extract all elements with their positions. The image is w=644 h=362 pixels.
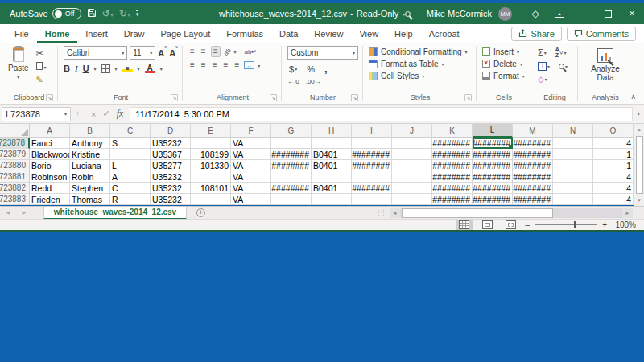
tab-insert[interactable]: Insert — [77, 24, 116, 43]
cell-B723883[interactable]: Thomas — [70, 194, 110, 205]
cell-L723882[interactable]: ######## — [473, 183, 513, 194]
zoom-level[interactable]: 100% — [612, 220, 636, 229]
formula-input[interactable]: 11/17/2014 5:30:00 PM — [130, 107, 633, 121]
row-header-723882[interactable]: 723882 — [0, 183, 30, 194]
cell-J723881[interactable] — [392, 171, 432, 183]
name-box[interactable]: L723878▾ — [2, 107, 71, 121]
cell-O723879[interactable]: 1 — [593, 149, 634, 160]
clipboard-dialog-launcher-icon[interactable]: ↘ — [46, 94, 53, 101]
cell-A723882[interactable]: Redd — [30, 183, 70, 194]
cell-C723881[interactable]: A — [110, 171, 151, 183]
cell-K723882[interactable]: ######## — [432, 183, 473, 194]
column-header-B[interactable]: B — [70, 124, 110, 138]
column-header-A[interactable]: A — [30, 124, 70, 138]
cell-J723878[interactable] — [392, 138, 432, 149]
cell-G723880[interactable]: ######## — [271, 160, 312, 171]
cell-L723878[interactable]: ######## — [473, 138, 513, 149]
row-header-723879[interactable]: 723879 — [0, 149, 30, 160]
cell-F723880[interactable]: VA — [231, 160, 271, 171]
expand-formula-bar-icon[interactable]: ▾ — [633, 111, 644, 117]
column-header-H[interactable]: H — [312, 124, 352, 138]
row-header-723881[interactable]: 723881 — [0, 171, 30, 183]
scroll-left-icon[interactable]: ◄ — [390, 208, 400, 218]
cell-O723881[interactable]: 4 — [593, 171, 634, 183]
column-header-L[interactable]: L — [473, 124, 513, 138]
cell-A723879[interactable]: Blackwood — [30, 149, 70, 160]
cell-O723883[interactable]: 4 — [593, 194, 634, 205]
cell-N723879[interactable] — [553, 149, 593, 160]
avatar[interactable]: MM — [498, 7, 512, 21]
cell-F723879[interactable]: VA — [231, 149, 271, 160]
ribbon-display-options-icon[interactable]: ▲ — [547, 3, 572, 24]
tab-home[interactable]: Home — [37, 24, 78, 43]
font-color-button[interactable]: A — [145, 64, 155, 73]
cell-I723880[interactable]: ######## — [352, 160, 392, 171]
cell-I723881[interactable] — [352, 171, 392, 183]
cell-I723882[interactable]: ######## — [352, 183, 392, 194]
autosave-switch[interactable]: Off — [52, 8, 81, 19]
gem-features-icon[interactable]: ◇ — [523, 3, 547, 24]
cell-G723879[interactable]: ######## — [271, 149, 312, 160]
save-icon[interactable] — [87, 8, 97, 19]
undo-button[interactable]: ↺▾ — [102, 9, 114, 19]
cell-J723880[interactable] — [392, 160, 432, 171]
align-center-icon[interactable]: ≡ — [200, 60, 208, 70]
page-layout-view-button[interactable] — [479, 220, 496, 230]
cell-M723883[interactable]: ######## — [513, 194, 553, 205]
tab-acrobat[interactable]: Acrobat — [421, 24, 468, 43]
cell-B723879[interactable]: Kristine — [70, 149, 110, 160]
paste-button[interactable]: Paste ▾ — [5, 46, 32, 81]
cell-H723881[interactable] — [312, 171, 352, 183]
cancel-entry-button[interactable]: × — [91, 109, 96, 119]
cell-L723880[interactable]: ######## — [473, 160, 513, 171]
cell-C723880[interactable]: L — [110, 160, 151, 171]
cell-H723880[interactable]: B0401 — [312, 160, 352, 171]
cell-H723882[interactable]: B0401 — [312, 183, 352, 194]
decrease-decimal-icon[interactable]: ←.0 — [287, 78, 299, 85]
cell-styles-button[interactable]: Cell Styles▾ — [369, 70, 424, 81]
cell-L723883[interactable]: ######## — [473, 194, 513, 205]
middle-align-icon[interactable]: ≡ — [200, 47, 208, 56]
top-align-icon[interactable]: ≡ — [188, 47, 196, 56]
row-header-723878[interactable]: 723878 — [0, 138, 30, 149]
bold-button[interactable]: B — [64, 64, 70, 73]
italic-button[interactable]: I — [75, 64, 78, 73]
styles-dialog-launcher-icon[interactable]: ↘ — [464, 94, 472, 101]
column-header-C[interactable]: C — [110, 124, 151, 138]
cell-D723880[interactable]: U35277 — [151, 160, 191, 171]
scroll-up-icon[interactable]: ▲ — [634, 124, 644, 135]
column-header-J[interactable]: J — [392, 124, 432, 138]
cell-O723882[interactable]: 4 — [593, 183, 634, 194]
minimize-button[interactable]: – — [572, 3, 596, 24]
cells-insert-button[interactable]: Insert▾ — [482, 46, 519, 57]
scrollbar-resize-grip[interactable]: ⋮⋮ — [370, 209, 390, 216]
undo-dropdown-icon[interactable]: ▾ — [111, 13, 114, 18]
cell-H723878[interactable] — [312, 138, 352, 149]
tab-help[interactable]: Help — [386, 24, 421, 43]
tab-data[interactable]: Data — [271, 24, 306, 43]
redo-button[interactable]: ↻▾ — [119, 9, 130, 19]
cells-format-button[interactable]: Format▾ — [482, 70, 525, 81]
close-button[interactable]: × — [620, 3, 644, 24]
cell-K723881[interactable]: ######## — [432, 171, 473, 183]
cell-M723881[interactable]: ######## — [513, 171, 553, 183]
cell-A723883[interactable]: Frieden — [30, 194, 70, 205]
decrease-indent-icon[interactable]: ≡ — [222, 60, 230, 70]
font-dialog-launcher-icon[interactable]: ↘ — [171, 94, 178, 101]
conditional-formatting-button[interactable]: Conditional Formatting▾ — [369, 46, 468, 57]
find-select-button[interactable]: ▾ — [557, 63, 569, 70]
cell-N723883[interactable] — [553, 194, 593, 205]
cell-C723878[interactable]: S — [110, 138, 151, 149]
bottom-align-icon[interactable]: ≡ — [211, 46, 221, 57]
row-header-723880[interactable]: 723880 — [0, 160, 30, 171]
previous-sheet-icon[interactable]: ◄ — [0, 209, 16, 216]
format-painter-button[interactable]: ✎ — [36, 75, 47, 85]
autosum-button[interactable]: Σ▾ — [536, 47, 548, 58]
fill-color-button[interactable]: ◆ — [122, 65, 133, 72]
cell-O723880[interactable]: 1 — [593, 160, 634, 171]
font-name-select[interactable]: Calibri▾ — [64, 46, 127, 60]
cell-C723882[interactable]: C — [110, 183, 151, 194]
cell-F723883[interactable]: VA — [231, 194, 271, 205]
new-sheet-button[interactable]: + — [196, 208, 205, 217]
sort-filter-button[interactable]: AZ▽▾ — [554, 46, 568, 59]
